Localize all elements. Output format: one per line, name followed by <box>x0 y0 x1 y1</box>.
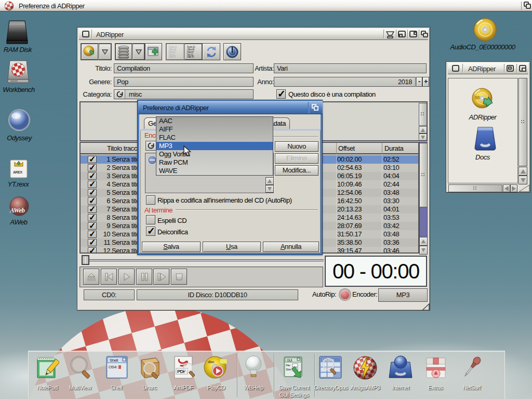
svg-text:Size:: Size: <box>286 368 292 371</box>
svg-text:disc: disc <box>208 360 215 364</box>
svg-text:AREX: AREX <box>13 170 22 174</box>
svg-text:File:: File: <box>286 364 291 367</box>
svg-text:GUI: GUI <box>287 358 292 362</box>
svg-text:Utility 43: Utility 43 <box>169 56 176 58</box>
svg-text:AWeb: AWeb <box>9 206 25 214</box>
svg-text:Shell: Shell <box>110 358 118 363</box>
svg-text:Utility 43: Utility 43 <box>187 56 194 58</box>
svg-text:OS4:: OS4: <box>109 365 117 369</box>
